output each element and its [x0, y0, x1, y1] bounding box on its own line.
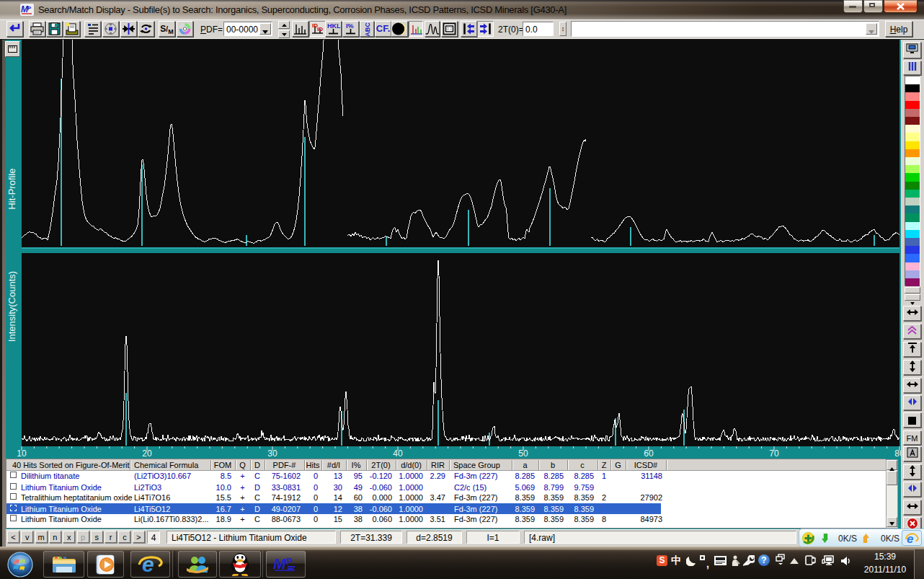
svg-text:M: M [273, 555, 286, 572]
svg-text:P: P [27, 5, 32, 12]
svg-text:ID: ID [317, 26, 323, 32]
svg-text:P: P [286, 557, 292, 567]
svg-text:I%: I% [346, 22, 354, 30]
svg-text:HKL: HKL [327, 22, 341, 30]
